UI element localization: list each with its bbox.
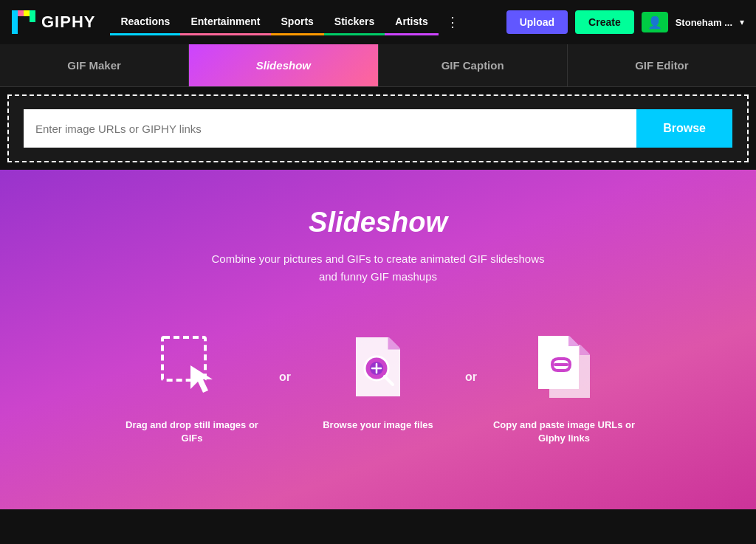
copy-paste-icon bbox=[527, 330, 601, 404]
url-input-row: Browse bbox=[24, 109, 732, 148]
giphy-logo-icon bbox=[12, 10, 35, 34]
main-content: Slideshow Combine your pictures and GIFs… bbox=[0, 170, 756, 509]
tab-slideshow[interactable]: Slideshow bbox=[189, 44, 378, 86]
or-label-1: or bbox=[264, 371, 306, 384]
features-row: Drag and drop still images or GIFs or Br… bbox=[120, 330, 636, 445]
tab-gif-maker[interactable]: GIF Maker bbox=[0, 44, 189, 86]
more-menu-button[interactable]: ⋮ bbox=[439, 14, 467, 30]
avatar[interactable]: 👤 bbox=[642, 12, 668, 32]
nav-right: Upload Create 👤 Stoneham ... ▾ bbox=[506, 10, 744, 34]
svg-rect-0 bbox=[12, 10, 18, 16]
logo-text: GIPHY bbox=[41, 13, 95, 32]
svg-rect-4 bbox=[12, 16, 18, 34]
browse-icon bbox=[341, 330, 415, 404]
nav-item-stickers[interactable]: Stickers bbox=[324, 10, 385, 35]
nav-item-artists[interactable]: Artists bbox=[385, 10, 438, 35]
create-button[interactable]: Create bbox=[575, 10, 634, 34]
user-name[interactable]: Stoneham ... bbox=[676, 17, 732, 28]
browse-button[interactable]: Browse bbox=[636, 109, 732, 148]
or-label-2: or bbox=[450, 371, 492, 384]
drag-drop-label: Drag and drop still images or GIFs bbox=[120, 419, 264, 445]
browse-label: Browse your image files bbox=[323, 419, 433, 432]
nav-item-reactions[interactable]: Reactions bbox=[110, 10, 180, 35]
nav-item-entertainment[interactable]: Entertainment bbox=[180, 10, 270, 35]
feature-browse: Browse your image files bbox=[306, 330, 450, 432]
feature-drag-drop: Drag and drop still images or GIFs bbox=[120, 330, 264, 445]
copy-paste-label: Copy and paste image URLs or Giphy links bbox=[492, 419, 636, 445]
url-input[interactable] bbox=[24, 109, 636, 148]
main-title: Slideshow bbox=[309, 207, 447, 238]
top-nav: GIPHY Reactions Entertainment Sports Sti… bbox=[0, 0, 756, 44]
chevron-down-icon[interactable]: ▾ bbox=[740, 17, 744, 27]
nav-item-sports[interactable]: Sports bbox=[271, 10, 324, 35]
svg-marker-7 bbox=[190, 365, 213, 393]
upload-button[interactable]: Upload bbox=[506, 10, 568, 34]
logo-area: GIPHY bbox=[12, 10, 95, 34]
nav-links: Reactions Entertainment Sports Stickers … bbox=[110, 10, 506, 35]
feature-copy-paste: Copy and paste image URLs or Giphy links bbox=[492, 330, 636, 445]
url-input-area: Browse bbox=[7, 94, 749, 162]
tab-gif-caption[interactable]: GIF Caption bbox=[379, 44, 568, 86]
svg-rect-1 bbox=[18, 10, 24, 16]
tab-gif-editor[interactable]: GIF Editor bbox=[568, 44, 756, 86]
svg-rect-2 bbox=[24, 10, 30, 16]
tabs-bar: GIF Maker Slideshow GIF Caption GIF Edit… bbox=[0, 44, 756, 87]
svg-rect-3 bbox=[30, 10, 35, 16]
main-subtitle: Combine your pictures and GIFs to create… bbox=[211, 250, 544, 286]
svg-rect-5 bbox=[30, 16, 35, 22]
drag-drop-icon bbox=[155, 330, 229, 404]
